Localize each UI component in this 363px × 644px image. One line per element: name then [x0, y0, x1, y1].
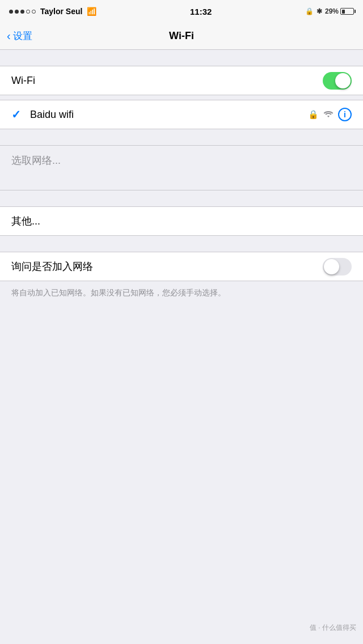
- wifi-status-icon: 📶: [87, 7, 96, 16]
- watermark: 值 · 什么值得买: [310, 623, 356, 633]
- ask-join-footer: 将自动加入已知网络。如果没有已知网络，您必须手动选择。: [0, 281, 363, 307]
- back-chevron-icon: ‹: [7, 30, 11, 41]
- choose-network-label: 选取网络...: [11, 154, 61, 167]
- status-time: 11:32: [190, 7, 212, 16]
- battery-fill: [342, 10, 345, 14]
- dot1: [9, 10, 13, 14]
- ask-join-section: 询问是否加入网络: [0, 252, 363, 281]
- gap-2: [0, 95, 363, 100]
- gap-4: [0, 190, 363, 206]
- footer-text-content: 将自动加入已知网络。如果没有已知网络，您必须手动选择。: [11, 288, 226, 297]
- network-icons: 🔒 i: [308, 108, 352, 121]
- dot3: [20, 10, 24, 14]
- toggle-thumb: [335, 73, 351, 88]
- ask-join-row: 询问是否加入网络: [0, 252, 363, 281]
- bluetooth-icon: ✱: [316, 7, 322, 15]
- choose-network-section: 选取网络...: [0, 145, 363, 190]
- wifi-label: Wi-Fi: [11, 75, 323, 87]
- signal-dots: [9, 10, 36, 14]
- ask-join-label: 询问是否加入网络: [11, 260, 323, 273]
- status-bar: Taylor Seul 📶 11:32 🔒 ✱ 29%: [0, 0, 363, 23]
- connected-checkmark-icon: ✓: [11, 108, 21, 121]
- nav-bar: ‹ 设置 Wi-Fi: [0, 23, 363, 50]
- gap-1: [0, 50, 363, 66]
- wifi-toggle[interactable]: [323, 72, 352, 90]
- dot4: [26, 10, 30, 14]
- other-network-row[interactable]: 其他...: [0, 207, 363, 235]
- status-left: Taylor Seul 📶: [9, 7, 96, 16]
- battery-icon: [340, 8, 354, 15]
- back-label: 设置: [13, 29, 32, 43]
- connected-network-name: Baidu wifi: [30, 109, 308, 121]
- back-button[interactable]: ‹ 设置: [7, 29, 32, 43]
- page-title: Wi-Fi: [169, 30, 194, 42]
- gap-3: [0, 129, 363, 145]
- info-icon: i: [344, 110, 346, 119]
- connected-network-row[interactable]: ✓ Baidu wifi 🔒 i: [0, 100, 363, 129]
- dot5: [32, 10, 36, 14]
- dot2: [15, 10, 19, 14]
- ask-join-toggle-thumb: [324, 259, 339, 274]
- network-info-button[interactable]: i: [338, 108, 352, 121]
- network-wifi-icon: [323, 109, 334, 120]
- battery-percent: 29%: [325, 7, 339, 15]
- lock-status-icon: 🔒: [305, 7, 314, 15]
- battery-container: 29%: [325, 7, 354, 15]
- network-lock-icon: 🔒: [308, 109, 319, 120]
- wifi-toggle-section: Wi-Fi: [0, 66, 363, 95]
- other-network-section: 其他...: [0, 206, 363, 236]
- carrier-name: Taylor Seul: [40, 7, 82, 16]
- gap-5: [0, 236, 363, 252]
- ask-join-toggle[interactable]: [323, 258, 352, 276]
- wifi-toggle-row: Wi-Fi: [0, 66, 363, 95]
- status-right: 🔒 ✱ 29%: [305, 7, 354, 15]
- other-network-label: 其他...: [11, 214, 352, 228]
- connected-network-section: ✓ Baidu wifi 🔒 i: [0, 100, 363, 129]
